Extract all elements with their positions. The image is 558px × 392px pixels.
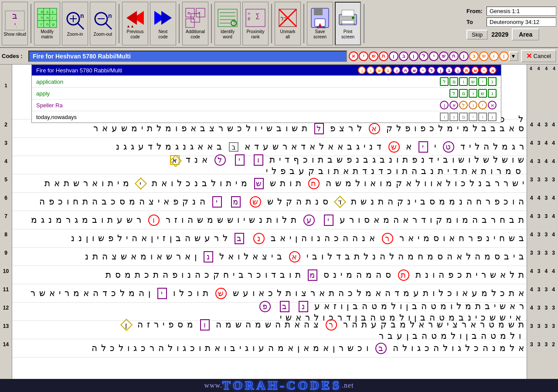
app-heb-6: ל — [440, 77, 449, 86]
svg-text:∑: ∑ — [255, 12, 260, 19]
skip-button[interactable]: Skip — [466, 30, 488, 40]
line-num-5: 5 — [0, 170, 12, 189]
row-7-text: ת ב ח ר ב ה מ ו מ ק ו ד ר א ה מ א ס ו ר … — [31, 215, 525, 226]
codes-input[interactable] — [28, 51, 347, 62]
zoom-in-label: Zoom-in — [67, 32, 83, 37]
www-text: www. — [204, 382, 222, 389]
dropdown-item-3[interactable]: Speller Ra א י ו ל א ן — [32, 99, 501, 111]
svg-text:ב: ב — [46, 10, 48, 14]
heb-btn-alef[interactable]: א — [349, 51, 358, 61]
zoom-out-button[interactable]: n Zoom-out — [90, 2, 116, 45]
zoom-out-label: Zoom-out — [94, 32, 112, 37]
identify-word-icon: ? — [217, 7, 238, 28]
dropdown-item-0[interactable]: Fire for Heshvan 5780 Rabbi/Multi א י ש … — [32, 65, 501, 75]
heb-btn-11[interactable]: ן — [459, 51, 469, 61]
today-heb-2: ו — [478, 112, 487, 121]
heb-btn-1[interactable]: י — [359, 51, 368, 61]
separator-2 — [119, 4, 119, 43]
dropdown-item-text-0: Fire for Heshvan 5780 Rabbi/Multi — [36, 67, 122, 74]
circled-row4-lamed: ל — [214, 154, 226, 166]
print-screen-button[interactable]: Print screen — [335, 2, 361, 45]
heb-btn-12[interactable]: ב — [469, 51, 479, 61]
cancel-button[interactable]: ✕ Cancel — [521, 50, 556, 62]
identify-word-label: Identifyword — [221, 29, 235, 40]
heb-btn-15[interactable]: ן — [499, 51, 509, 61]
proximity-rank-label: Proximityrank — [246, 29, 264, 40]
zoom-in-button[interactable]: n Zoom-in — [62, 2, 88, 45]
circled-row13-resh: ר — [326, 319, 337, 331]
separator-3 — [179, 4, 180, 43]
heb-btn-9[interactable]: ש — [439, 51, 449, 61]
svg-text:ד: ד — [198, 10, 201, 15]
heb-btn-4[interactable]: ן — [389, 51, 398, 61]
from-value[interactable]: Genesis 1:1 — [487, 7, 556, 16]
net-text: .net — [342, 382, 354, 389]
next-code-button[interactable]: Nextcode — [150, 2, 176, 45]
right-num-5: 3333 — [527, 170, 558, 189]
dropdown-arrow[interactable]: ▼ — [509, 51, 518, 61]
svg-text:ס: ס — [187, 10, 190, 15]
codes-label: Codes : — [2, 53, 26, 59]
dropdown-item-2[interactable]: apply נ ש ו ם ל — [32, 87, 501, 99]
boxed-row4-yod: י — [235, 154, 245, 166]
svg-text:בּ: בּ — [12, 11, 17, 20]
svg-text:#: # — [248, 16, 251, 21]
previous-code-button[interactable]: ▲▲ Previouscode — [122, 2, 148, 45]
app-heb-5: ם — [449, 77, 458, 86]
boxed-row4-vav: ו — [254, 154, 263, 166]
heb-btn-6[interactable]: ן — [409, 51, 418, 61]
identify-word-button[interactable]: ? Identifyword — [214, 2, 241, 45]
unmark-all-button[interactable]: כל Unmarkall — [275, 2, 301, 45]
svg-marker-30 — [161, 11, 172, 25]
heb-btn-7[interactable]: ל — [419, 51, 429, 61]
dd-heb-7: ל — [428, 66, 436, 74]
area-button[interactable]: Area — [512, 28, 539, 41]
additional-code-label: Additionalcode — [186, 29, 205, 40]
dd-heb-12: ב — [384, 66, 392, 74]
svg-text:א: א — [41, 10, 43, 14]
line-num-8: 8 — [0, 225, 12, 244]
svg-text:ו: ו — [52, 16, 53, 20]
dropdown-list: Fire for Heshvan 5780 Rabbi/Multi א י ש … — [31, 65, 501, 123]
torah-row-5: י ש ר ר ב נ ל כ ו ל א ו ו ל א ק מ ו א ו … — [12, 174, 527, 193]
dropdown-item-1[interactable]: application נ י ש ו ם ל — [32, 75, 501, 87]
right-num-7: 4334 — [527, 207, 558, 225]
to-value[interactable]: Deuteronomy 34:12 — [487, 17, 556, 27]
heb-btn-8[interactable]: י — [429, 51, 439, 61]
today-heb-6: ו — [440, 112, 449, 121]
heb-btn-3[interactable]: ת — [379, 51, 388, 61]
additional-code-button[interactable]: ס ו ד Additionalcode — [182, 2, 208, 45]
dd-heb-9: ש — [410, 66, 418, 74]
dropdown-item-text-4: today,nowadays — [36, 114, 77, 120]
line-numbers-left: 1 2 3 4 5 6 7 8 9 10 11 12 13 14 — [0, 65, 12, 379]
heb-btn-2[interactable]: ש — [369, 51, 378, 61]
right-num-12: 4333 — [527, 299, 558, 317]
separator-1 — [31, 4, 31, 43]
circled-row8-nun: נ — [253, 233, 265, 244]
save-screen-button[interactable]: SAVE Savescreen — [307, 2, 333, 45]
line-num-14: 14 — [0, 335, 12, 354]
circled-row14-bet: ב — [375, 343, 387, 354]
show-nikud-button[interactable]: בּ ִי Show nikud — [2, 2, 28, 45]
dd-heb-10: ח — [401, 66, 409, 74]
proximity-rank-button[interactable]: ≈ # ∑ Proximityrank — [242, 2, 269, 45]
right-num-8: 4334 — [527, 225, 558, 244]
app-heb-3: ש — [469, 77, 477, 86]
torah-row-6: ה ו כ פ ר ח ה נ מ מ ס ב י נ ק ה ת נ ש ת … — [12, 193, 527, 211]
heb-btn-10[interactable]: ח — [449, 51, 459, 61]
heb-btn-5[interactable]: ב — [399, 51, 408, 61]
boxed-lamed-row2: ל — [314, 123, 324, 134]
dropdown-item-text-1: application — [36, 78, 63, 85]
boxed-row12-bet: ב — [280, 301, 289, 312]
heb-btn-14[interactable]: ו — [489, 51, 499, 61]
heb-btn-13[interactable]: ש — [479, 51, 489, 61]
svg-marker-27 — [126, 11, 137, 25]
row-5-text: י ש ר ר ב נ ל כ ו ל א ו ו ל א ק מ ו א ו … — [44, 178, 525, 189]
right-num-6: 4434 — [527, 189, 558, 207]
torah-row-8: ב ש ח י נ פ ר ח א ו ס מ י א ר ר א נ ה ה … — [12, 229, 527, 248]
save-screen-icon: SAVE — [310, 7, 330, 28]
modify-matrix-button[interactable]: א ב ג ד ה ו ז ח ט Modifymatrix — [34, 2, 60, 45]
today-heb-3: י — [469, 112, 477, 121]
circled-row6-shin: ש — [250, 196, 261, 208]
dropdown-item-4[interactable]: today,nowadays נ ו י ם נ ו — [32, 111, 501, 123]
